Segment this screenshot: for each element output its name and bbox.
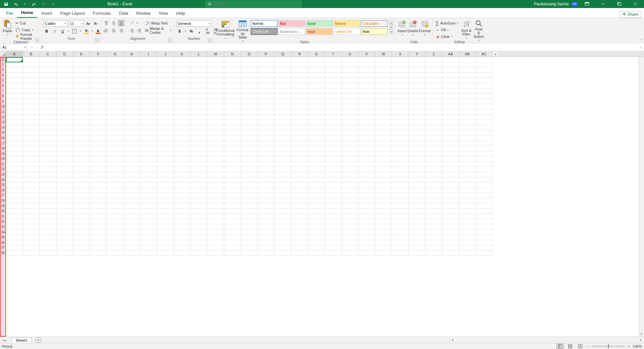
cell[interactable] bbox=[174, 73, 191, 78]
cell[interactable] bbox=[191, 240, 207, 245]
cell[interactable] bbox=[73, 182, 90, 188]
cell-styles-gallery[interactable]: NormalBadGoodNeutralCalculationCheck Cel… bbox=[251, 20, 388, 36]
cell[interactable] bbox=[191, 198, 207, 203]
cell[interactable] bbox=[442, 99, 459, 104]
cell[interactable] bbox=[409, 73, 426, 78]
cell[interactable] bbox=[107, 235, 123, 240]
cell[interactable] bbox=[325, 230, 342, 235]
cell[interactable] bbox=[442, 203, 459, 209]
cell[interactable] bbox=[23, 104, 40, 109]
cell[interactable] bbox=[224, 109, 241, 115]
cell[interactable] bbox=[426, 130, 442, 135]
cell[interactable] bbox=[123, 73, 140, 78]
cell[interactable] bbox=[23, 172, 40, 177]
cell[interactable] bbox=[426, 172, 442, 177]
cell[interactable] bbox=[291, 182, 308, 188]
cell[interactable] bbox=[123, 250, 140, 256]
cell[interactable] bbox=[224, 193, 241, 198]
cell[interactable] bbox=[258, 146, 275, 151]
cell[interactable] bbox=[275, 182, 291, 188]
cell[interactable] bbox=[442, 172, 459, 177]
cell[interactable] bbox=[275, 125, 291, 130]
cell[interactable] bbox=[258, 141, 275, 146]
cell[interactable] bbox=[442, 62, 459, 68]
cell[interactable] bbox=[40, 245, 56, 250]
cell[interactable] bbox=[90, 73, 107, 78]
column-header[interactable]: Y bbox=[409, 51, 426, 57]
cell[interactable] bbox=[56, 167, 73, 172]
cell[interactable] bbox=[308, 130, 325, 135]
cell[interactable] bbox=[275, 188, 291, 193]
cell[interactable] bbox=[107, 141, 123, 146]
cell[interactable] bbox=[459, 214, 476, 219]
cell[interactable] bbox=[409, 235, 426, 240]
cell[interactable] bbox=[90, 115, 107, 120]
cell[interactable] bbox=[56, 130, 73, 135]
cell[interactable] bbox=[40, 162, 56, 167]
cell[interactable] bbox=[23, 120, 40, 125]
cell[interactable] bbox=[342, 219, 358, 224]
cell[interactable] bbox=[241, 62, 258, 68]
cell[interactable] bbox=[123, 120, 140, 125]
cell[interactable] bbox=[291, 177, 308, 183]
cell[interactable] bbox=[90, 67, 107, 73]
cell[interactable] bbox=[6, 193, 23, 198]
cell[interactable] bbox=[207, 224, 224, 230]
cell[interactable] bbox=[476, 177, 493, 183]
cell[interactable] bbox=[409, 203, 426, 209]
cell[interactable] bbox=[426, 99, 442, 104]
cell[interactable] bbox=[291, 83, 308, 89]
cell[interactable] bbox=[342, 209, 358, 214]
cell[interactable] bbox=[6, 135, 23, 141]
cell[interactable] bbox=[358, 203, 375, 209]
cell[interactable] bbox=[56, 125, 73, 130]
cell[interactable] bbox=[258, 83, 275, 89]
cell[interactable] bbox=[409, 135, 426, 141]
row-header[interactable]: 6 bbox=[0, 83, 6, 89]
cell[interactable] bbox=[275, 193, 291, 198]
cell[interactable] bbox=[191, 230, 207, 235]
align-left-icon[interactable] bbox=[103, 27, 109, 34]
cell[interactable] bbox=[258, 219, 275, 224]
cell[interactable] bbox=[224, 177, 241, 183]
cell[interactable] bbox=[174, 250, 191, 256]
cell[interactable] bbox=[224, 224, 241, 230]
cell[interactable] bbox=[191, 89, 207, 94]
cell[interactable] bbox=[40, 141, 56, 146]
cell[interactable] bbox=[325, 135, 342, 141]
cell[interactable] bbox=[325, 203, 342, 209]
cell[interactable] bbox=[275, 146, 291, 151]
cell[interactable] bbox=[23, 209, 40, 214]
column-header[interactable]: B bbox=[23, 51, 40, 57]
cell[interactable] bbox=[6, 156, 23, 162]
cell[interactable] bbox=[40, 67, 56, 73]
cell[interactable] bbox=[325, 104, 342, 109]
cell[interactable] bbox=[258, 209, 275, 214]
cell[interactable] bbox=[308, 146, 325, 151]
cell[interactable] bbox=[476, 230, 493, 235]
increase-decimal-icon[interactable]: .0.00 bbox=[204, 28, 210, 34]
cell[interactable] bbox=[6, 230, 23, 235]
find-select-button[interactable]: Find & Select▾ bbox=[474, 20, 484, 40]
cell[interactable] bbox=[123, 125, 140, 130]
cell[interactable] bbox=[90, 83, 107, 89]
cell[interactable] bbox=[426, 125, 442, 130]
cell[interactable] bbox=[191, 73, 207, 78]
cell[interactable] bbox=[40, 172, 56, 177]
cell[interactable] bbox=[308, 62, 325, 68]
cell[interactable] bbox=[191, 109, 207, 115]
cell[interactable] bbox=[157, 57, 174, 62]
cell[interactable] bbox=[107, 172, 123, 177]
cell[interactable] bbox=[241, 235, 258, 240]
cell[interactable] bbox=[6, 172, 23, 177]
cell[interactable] bbox=[174, 151, 191, 157]
cell[interactable] bbox=[409, 182, 426, 188]
cell[interactable] bbox=[442, 120, 459, 125]
cell[interactable] bbox=[325, 250, 342, 256]
cell[interactable] bbox=[409, 245, 426, 250]
cell[interactable] bbox=[224, 240, 241, 245]
search-input[interactable] bbox=[213, 2, 299, 6]
cell[interactable] bbox=[241, 209, 258, 214]
cell[interactable] bbox=[140, 193, 157, 198]
cell[interactable] bbox=[191, 209, 207, 214]
